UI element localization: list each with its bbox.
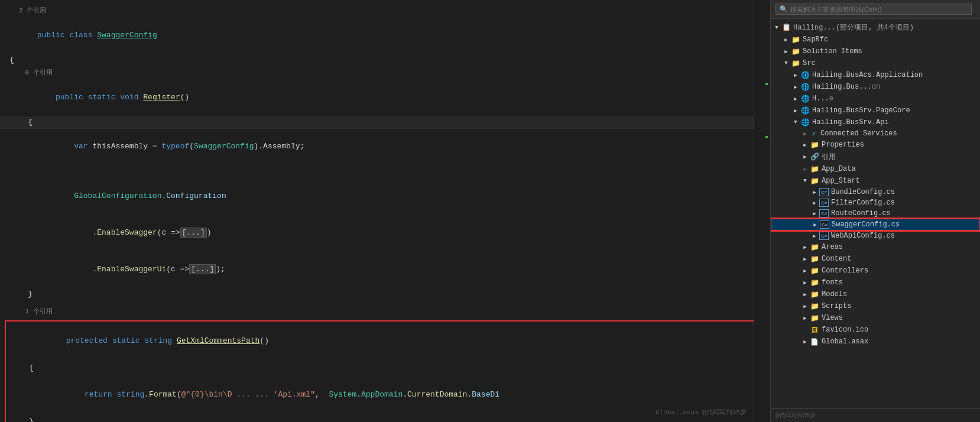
- tree-item-swaggerconfig[interactable]: ▶ C# SwaggerConfig.cs: [771, 219, 980, 231]
- expand-icon: ▶: [801, 244, 809, 251]
- code-line: var thisAssembly = typeof(SwaggerConfig)…: [0, 129, 770, 165]
- solution-icon: 📋: [781, 23, 791, 33]
- item-label: Content: [822, 255, 851, 263]
- expand-icon: ▶: [801, 314, 809, 322]
- item-label: Scripts: [822, 302, 851, 310]
- solution-search-input[interactable]: [790, 6, 968, 13]
- cs-file-icon: C#: [819, 199, 829, 207]
- tree-item-properties[interactable]: ▶ 📁 Properties: [771, 139, 980, 151]
- tree-item-project1[interactable]: ▶ 🌐 Hailing.BusAcs.Application: [771, 69, 980, 81]
- tree-item-api-project[interactable]: ▼ 🌐 Hailing.BusSrv.Api: [771, 116, 980, 128]
- expand-icon: ▶: [801, 154, 809, 161]
- tree-item-models[interactable]: ▶ 📁 Models: [771, 288, 980, 300]
- folder-icon: 📁: [810, 301, 819, 311]
- tree-item-global-asax[interactable]: ▶ 📄 Global.asax: [771, 336, 980, 348]
- item-label: favicon.ico: [822, 326, 868, 334]
- item-label: fonts: [822, 278, 843, 287]
- item-label: Connected Services: [820, 129, 897, 138]
- tree-item-content[interactable]: ▶ 📁 Content: [771, 253, 980, 265]
- tree-item-connected-services[interactable]: ▶ ⚡ Connected Services: [771, 128, 980, 139]
- solution-tree[interactable]: ▼ 📋 Hailing...(部分项目, 共4个项目) ▶ 📁 SapRfc ▶…: [771, 19, 980, 408]
- folder-icon: 📁: [810, 254, 819, 264]
- tree-item-project2[interactable]: ▶ 🌐 Hailing.Bus...on: [771, 81, 980, 93]
- expand-icon: ▶: [812, 221, 819, 228]
- item-label: 引用: [822, 152, 836, 162]
- cs-file-icon: C#: [819, 232, 829, 240]
- expand-icon: ▼: [773, 24, 780, 31]
- item-label: Views: [822, 314, 843, 322]
- asax-file-icon: 📄: [810, 337, 819, 346]
- code-line: return string.Format(@"{0}\bin\D ... ...…: [6, 376, 764, 415]
- code-line: protected static string GetXmlCommentsPa…: [6, 322, 764, 361]
- tree-item-src[interactable]: ▼ 📁 Src: [771, 57, 980, 69]
- expand-icon: ▶: [792, 95, 799, 102]
- tree-item-project3[interactable]: ▶ 🌐 H...e: [771, 93, 980, 105]
- item-label: BundleConfig.cs: [831, 188, 895, 196]
- tree-item-bundleconfig[interactable]: ▶ C# BundleConfig.cs: [771, 187, 980, 197]
- selected-code-section: protected static string GetXmlCommentsPa…: [5, 320, 765, 422]
- folder-icon: 📁: [810, 242, 819, 252]
- item-label: Global.asax: [822, 337, 868, 346]
- folder-icon: 📁: [810, 176, 819, 186]
- folder-icon: 📁: [791, 59, 800, 68]
- folder-icon: 📁: [810, 290, 819, 299]
- code-editor[interactable]: 2 个引用 public class SwaggerConfig { 0 个引用…: [0, 0, 770, 422]
- tree-item-favicon[interactable]: 🖼 favicon.ico: [771, 324, 980, 336]
- tree-item-filterconfig[interactable]: ▶ C# FilterConfig.cs: [771, 197, 980, 208]
- expand-icon: ▶: [783, 48, 790, 55]
- item-label: Hailing.BusSrv.Api: [812, 118, 889, 126]
- item-label: SwaggerConfig.cs: [832, 220, 900, 229]
- project-icon: 🌐: [800, 82, 810, 92]
- cs-file-icon: C#: [820, 220, 829, 229]
- solution-explorer: 🔍 ▼ 📋 Hailing...(部分项目, 共4个项目) ▶ 📁 SapRfc…: [770, 0, 980, 422]
- tree-item-references[interactable]: ▶ 🔗 引用: [771, 151, 980, 163]
- tree-item-views[interactable]: ▶ 📁 Views: [771, 312, 980, 324]
- code-line: GlobalConfiguration.Configuration: [0, 178, 770, 215]
- expand-icon: ▶: [801, 141, 809, 148]
- tree-item-solution-items[interactable]: ▶ 📁 Solution Items: [771, 46, 980, 57]
- expand-icon: ▶: [801, 267, 809, 274]
- tree-item-fonts[interactable]: ▶ 📁 fonts: [771, 277, 980, 288]
- tree-item-app-data[interactable]: ▶ 📁 App_Data: [771, 163, 980, 175]
- cs-file-icon: C#: [819, 188, 829, 196]
- item-label: Hailing.BusAcs.Application: [812, 71, 923, 79]
- code-line: [0, 165, 770, 178]
- folder-icon: 📁: [810, 313, 819, 323]
- minimap-marker: [765, 83, 768, 85]
- item-label: WebApiConfig.cs: [831, 232, 895, 240]
- expand-icon: ▶: [811, 189, 818, 196]
- connected-services-icon: ⚡: [810, 129, 818, 138]
- expand-icon: ▼: [783, 60, 790, 67]
- solution-root-item[interactable]: ▼ 📋 Hailing...(部分项目, 共4个项目): [771, 21, 980, 34]
- tree-item-areas[interactable]: ▶ 📁 Areas: [771, 241, 980, 253]
- references-icon: 🔗: [810, 152, 819, 162]
- code-line: 1 个引用: [0, 306, 770, 319]
- item-label: Solution Items: [803, 47, 862, 56]
- item-label: Properties: [822, 141, 864, 149]
- tree-item-app-start[interactable]: ▼ 📁 App_Start: [771, 175, 980, 187]
- expand-icon: ▶: [801, 338, 809, 345]
- code-line: public class SwaggerConfig: [0, 18, 770, 54]
- expand-icon: ▶: [811, 232, 818, 239]
- expand-icon: ▶: [801, 303, 809, 310]
- expand-icon: ▶: [801, 255, 809, 262]
- item-label: FilterConfig.cs: [831, 199, 895, 207]
- solution-search-box[interactable]: 🔍: [775, 4, 972, 15]
- code-line: }: [0, 288, 770, 301]
- item-label: Controllers: [822, 267, 868, 275]
- folder-icon: 📁: [791, 35, 800, 44]
- code-line: {: [0, 54, 770, 67]
- expand-icon: ▶: [801, 291, 809, 298]
- tree-item-routeconfig[interactable]: ▶ C# RouteConfig.cs: [771, 208, 980, 219]
- project-icon: 🌐: [800, 106, 810, 115]
- expand-icon: ▶: [783, 36, 790, 43]
- minimap-marker: [765, 136, 768, 138]
- item-label: SapRfc: [803, 35, 828, 44]
- tree-item-saprfc[interactable]: ▶ 📁 SapRfc: [771, 34, 980, 46]
- tree-item-project-core[interactable]: ▶ 🌐 Hailing.BusSrv.PageCore: [771, 105, 980, 116]
- tree-item-scripts[interactable]: ▶ 📁 Scripts: [771, 300, 980, 312]
- tree-item-controllers[interactable]: ▶ 📁 Controllers: [771, 265, 980, 277]
- item-label: Areas: [822, 243, 843, 251]
- tree-item-webapiconfig[interactable]: ▶ C# WebApiConfig.cs: [771, 231, 980, 241]
- root-label: Hailing...(部分项目, 共4个项目): [793, 22, 914, 33]
